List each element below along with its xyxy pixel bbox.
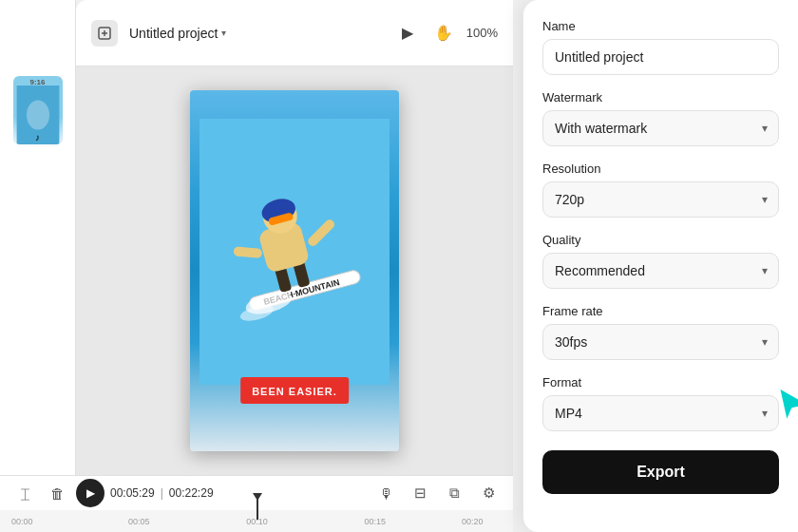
video-canvas: BEACH·MOUNTAIN	[190, 90, 399, 451]
watermark-select[interactable]: With watermark Without watermark	[542, 110, 779, 146]
framerate-select[interactable]: 24fps 25fps 30fps 60fps	[542, 324, 779, 360]
sidebar-thumbnail[interactable]: 9:16 ♪	[13, 76, 63, 144]
toolbar-icons: ▶ ✋ 100%	[394, 20, 498, 47]
resolution-field-group: Resolution 360p 480p 720p 1080p 4K ▾	[542, 162, 779, 218]
play-icon[interactable]: ▶	[394, 20, 421, 47]
mic-icon[interactable]: 🎙	[372, 480, 399, 506]
hand-icon[interactable]: ✋	[430, 20, 457, 47]
format-field-group: Format MP4 MOV GIF ▾	[542, 375, 779, 431]
format-label: Format	[542, 375, 779, 390]
play-button[interactable]: ▶	[76, 479, 104, 507]
quality-select[interactable]: Low Medium Recommended High	[542, 253, 779, 289]
snowboarder-illustration: BEACH·MOUNTAIN	[200, 119, 390, 385]
framerate-label: Frame rate	[542, 304, 779, 318]
format-select[interactable]: MP4 MOV GIF	[542, 395, 779, 431]
timeline-track[interactable]: 00:00 00:05 00:10 00:15 00:20	[0, 510, 513, 532]
video-text-overlay: BEEN EASIER.	[240, 377, 349, 404]
project-name: Untitled project	[129, 26, 218, 41]
tick-1: 00:05	[128, 517, 150, 526]
project-name-wrapper[interactable]: Untitled project ▾	[129, 26, 226, 41]
settings-icon[interactable]: ⚙	[475, 480, 502, 506]
split-icon[interactable]: ⧉	[441, 480, 467, 506]
left-sidebar: 9:16 ♪	[0, 0, 76, 475]
bottom-right-icons: 🎙 ⊟ ⧉ ⚙	[372, 480, 502, 506]
project-chevron-icon: ▾	[221, 28, 226, 38]
tick-4: 00:20	[462, 517, 484, 526]
bottom-toolbar: ⌶ 🗑 ▶ 00:05:29 | 00:22:29 🎙 ⊟ ⧉ ⚙ 00:00 …	[0, 475, 513, 532]
resolution-label: Resolution	[542, 162, 779, 176]
subtitles-icon[interactable]: ⊟	[407, 480, 433, 506]
current-time: 00:05:29	[110, 486, 155, 500]
name-label: Name	[542, 19, 779, 33]
name-input[interactable]	[542, 39, 779, 75]
quality-field-group: Quality Low Medium Recommended High ▾	[542, 233, 779, 289]
watermark-select-wrapper: With watermark Without watermark ▾	[542, 110, 779, 146]
tiktok-icon: ♪	[35, 132, 40, 142]
framerate-select-wrapper: 24fps 25fps 30fps 60fps ▾	[542, 324, 779, 360]
quality-label: Quality	[542, 233, 779, 247]
zoom-label: 100%	[466, 26, 498, 40]
cursor-arrow-icon	[773, 384, 798, 426]
svg-marker-16	[779, 388, 798, 422]
project-icon	[91, 20, 118, 47]
tick-3: 00:15	[364, 517, 386, 526]
watermark-label: Watermark	[542, 90, 779, 104]
cursor-indicator	[773, 384, 798, 429]
name-field-group: Name	[542, 19, 779, 75]
playhead	[256, 497, 258, 520]
cut-icon[interactable]: ⌶	[11, 480, 38, 506]
overlay-text: BEEN EASIER.	[252, 386, 337, 397]
format-select-wrapper: MP4 MOV GIF ▾	[542, 395, 779, 431]
total-time: 00:22:29	[169, 486, 214, 500]
trash-icon[interactable]: 🗑	[44, 480, 70, 506]
quality-select-wrapper: Low Medium Recommended High ▾	[542, 253, 779, 289]
export-button[interactable]: Export	[542, 450, 779, 494]
video-background: BEACH·MOUNTAIN	[190, 90, 399, 451]
resolution-select-wrapper: 360p 480p 720p 1080p 4K ▾	[542, 181, 779, 218]
framerate-field-group: Frame rate 24fps 25fps 30fps 60fps ▾	[542, 304, 779, 360]
canvas-area: BEACH·MOUNTAIN	[76, 66, 513, 475]
export-panel: Name Watermark With watermark Without wa…	[522, 0, 798, 532]
top-toolbar: Untitled project ▾ ▶ ✋ 100%	[76, 0, 513, 66]
resolution-select[interactable]: 360p 480p 720p 1080p 4K	[542, 181, 779, 218]
svg-point-1	[26, 101, 48, 130]
tick-0: 00:00	[11, 517, 33, 526]
watermark-field-group: Watermark With watermark Without waterma…	[542, 90, 779, 146]
